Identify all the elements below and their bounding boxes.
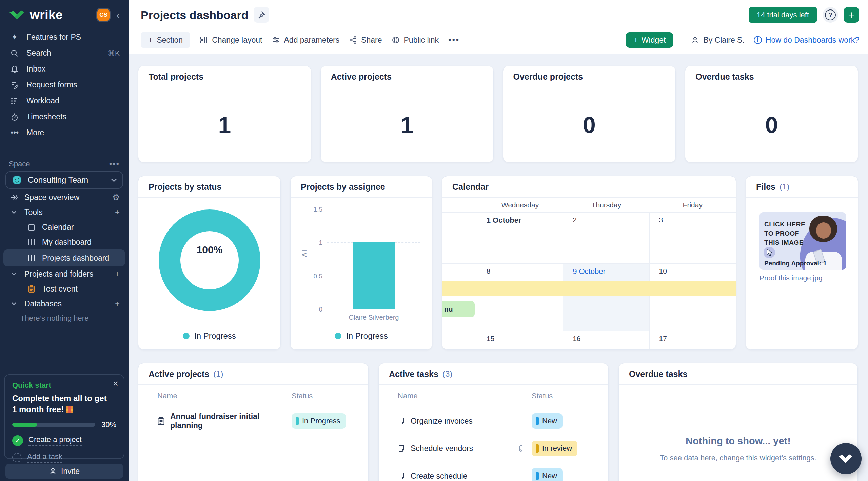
form-pencil-icon — [9, 81, 20, 89]
enter-arrow-icon — [9, 193, 19, 201]
pin-button[interactable] — [254, 7, 269, 23]
sidebar-item-my-dashboard[interactable]: My dashboard — [0, 235, 129, 249]
calendar-cell[interactable]: 8 — [477, 264, 563, 331]
y-axis-label: All — [301, 250, 308, 257]
sidebar-item-features[interactable]: ✦ Features for PS — [0, 29, 129, 45]
add-project-icon[interactable]: + — [115, 269, 120, 279]
clipboard-icon — [26, 285, 37, 293]
calendar-cell-today[interactable]: 9 October — [563, 264, 649, 331]
calendar-cell[interactable]: 16 — [563, 331, 649, 349]
table-row[interactable]: Schedule vendors In review — [379, 435, 608, 462]
sidebar-item-calendar[interactable]: Calendar — [0, 220, 129, 235]
workspace-badge[interactable]: CS — [97, 9, 110, 21]
sidebar-item-space-overview[interactable]: Space overview ⚙ — [0, 190, 129, 205]
sidebar-item-workload[interactable]: Workload — [0, 93, 129, 109]
sidebar-item-timesheets[interactable]: Timesheets — [0, 109, 129, 125]
change-layout-button[interactable]: Change layout — [200, 36, 262, 45]
close-icon[interactable]: × — [113, 379, 118, 388]
status-badge[interactable]: In Progress — [292, 413, 346, 429]
file-name-link[interactable]: Proof this image.jpg — [760, 274, 823, 282]
add-database-icon[interactable]: + — [115, 299, 120, 308]
calendar-cell[interactable]: 10 — [650, 264, 736, 331]
calendar-event-yellow[interactable] — [442, 281, 736, 296]
add-section-button[interactable]: + Section — [141, 32, 190, 48]
widget-active-projects[interactable]: Active projects (1) Name Status Annu — [138, 363, 369, 481]
logo-text: wrike — [30, 8, 63, 22]
calendar-cell[interactable]: 17 — [650, 331, 736, 349]
table-row[interactable]: Organize invoices New — [379, 407, 608, 435]
calendar-cell[interactable] — [442, 264, 477, 331]
empty-state-subtitle: To see data here, change this widget’s s… — [660, 454, 816, 462]
empty-state-title: Nothing to show... yet! — [686, 436, 791, 447]
widget-active-tasks[interactable]: Active tasks (3) Name Status Organize in… — [378, 363, 609, 481]
calendar-cell[interactable]: 1 October — [477, 213, 563, 263]
legend-dot-in-progress — [335, 333, 341, 339]
add-parameters-button[interactable]: Add parameters — [272, 36, 340, 45]
widget-projects-by-assignee[interactable]: Projects by assignee 1.5 1 0.5 0 All Cla… — [290, 176, 432, 350]
trial-badge[interactable]: 14 trial days left — [749, 7, 817, 23]
widget-total-projects[interactable]: Total projects 1 — [138, 66, 311, 162]
task-name[interactable]: Create schedule — [411, 472, 468, 481]
wrike-assistant-button[interactable] — [830, 443, 862, 474]
space-selector[interactable]: Consulting Team — [5, 171, 123, 189]
quick-start-panel: × Quick start Complete them all to get 1… — [4, 374, 124, 459]
widget-calendar[interactable]: Calendar Wednesday Thursday Friday 1 Oct… — [442, 176, 736, 350]
add-widget-button[interactable]: + Widget — [626, 32, 673, 48]
collapse-sidebar-icon[interactable]: ‹ — [112, 9, 124, 21]
widget-files[interactable]: Files (1) CLICK HERE TO PROOF THIS IMAGE — [746, 176, 858, 350]
wrike-app: wrike CS ‹ ✦ Features for PS Search ⌘K — [0, 0, 868, 481]
invite-button[interactable]: Invite — [5, 464, 123, 479]
sidebar-group-databases[interactable]: Databases + — [0, 296, 129, 311]
legend-dot-in-progress — [183, 333, 190, 339]
cursor-icon — [765, 248, 774, 257]
sidebar-group-tools[interactable]: Tools + — [0, 205, 129, 220]
sidebar-group-projects-folders[interactable]: Projects and folders + — [0, 266, 129, 281]
sidebar-item-projects-dashboard[interactable]: Projects dashboard — [3, 249, 125, 266]
table-row[interactable]: Create schedule New — [379, 462, 608, 481]
sidebar-item-inbox[interactable]: Inbox — [0, 61, 129, 77]
table-row[interactable]: Annual fundraiser initial planning In Pr… — [138, 407, 368, 435]
sidebar-item-test-event[interactable]: Test event — [0, 281, 129, 296]
sidebar-item-search[interactable]: Search ⌘K — [0, 45, 129, 61]
add-tool-icon[interactable]: + — [115, 207, 120, 217]
project-name[interactable]: Annual fundraiser initial planning — [170, 412, 292, 430]
widget-overdue-tasks-kpi[interactable]: Overdue tasks 0 — [685, 66, 858, 162]
calendar-cell[interactable] — [442, 213, 477, 263]
toolbar-more-icon[interactable]: ••• — [448, 35, 460, 45]
calendar-cell[interactable] — [442, 331, 477, 349]
share-button[interactable]: Share — [349, 36, 382, 45]
wrike-logo[interactable]: wrike — [9, 8, 63, 22]
widget-overdue-tasks[interactable]: Overdue tasks Nothing to show... yet! To… — [618, 363, 858, 481]
widget-overdue-projects[interactable]: Overdue projects 0 — [503, 66, 676, 162]
calendar-cell[interactable]: 15 — [477, 331, 563, 349]
quickstart-progress-fill — [12, 423, 37, 427]
public-link-button[interactable]: Public link — [392, 36, 439, 45]
widget-active-projects-kpi[interactable]: Active projects 1 — [320, 66, 494, 162]
person-icon — [691, 36, 699, 44]
quickstart-task-add-task[interactable]: Add a task — [12, 452, 116, 463]
status-badge[interactable]: New — [532, 413, 563, 429]
space-menu-icon[interactable]: ••• — [109, 159, 120, 169]
task-name[interactable]: Schedule vendors — [411, 444, 473, 453]
calendar-cell[interactable]: 2 — [563, 213, 649, 263]
quickstart-task-create-project[interactable]: ✓ Create a project — [12, 435, 116, 446]
sidebar-item-request-forms[interactable]: Request forms — [0, 77, 129, 93]
empty-state: Nothing to show... yet! To see data here… — [619, 385, 857, 481]
help-button[interactable]: ? — [823, 7, 838, 23]
dashboards-help-link[interactable]: How do Dashboards work? — [753, 36, 859, 45]
topbar: Projects dashboard 14 trial days left ? … — [129, 0, 868, 54]
chevron-down-icon — [9, 211, 19, 214]
global-add-button[interactable]: + — [844, 7, 859, 23]
file-thumbnail[interactable]: CLICK HERE TO PROOF THIS IMAGE Pending A… — [760, 212, 846, 270]
sidebar-item-more[interactable]: ••• More — [0, 125, 129, 141]
assignee-bar — [353, 242, 395, 309]
status-badge[interactable]: New — [532, 468, 563, 481]
x-axis-label: Claire Silverberg — [327, 314, 420, 321]
search-shortcut: ⌘K — [108, 49, 120, 57]
calendar-cell[interactable]: 3 — [650, 213, 736, 263]
widget-projects-by-status[interactable]: Projects by status 100% In Progress — [138, 176, 281, 350]
status-badge[interactable]: In review — [532, 441, 577, 456]
calendar-event-green[interactable]: nu — [442, 301, 475, 317]
task-name[interactable]: Organize invoices — [411, 417, 473, 426]
gear-icon[interactable]: ⚙ — [112, 193, 120, 202]
